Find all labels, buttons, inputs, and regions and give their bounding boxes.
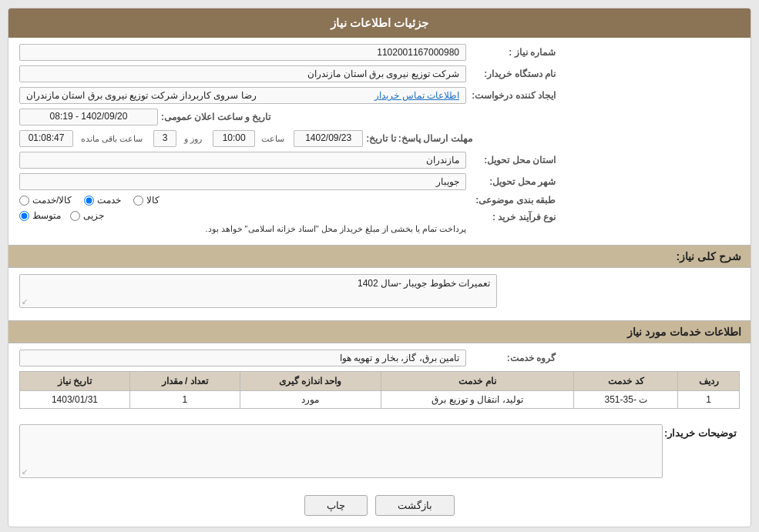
- category-label: طبقه بندی موضوعی:: [466, 195, 559, 206]
- need-desc-body: تعمیرات خطوط جویبار -سال 1402 ↙: [8, 268, 751, 320]
- print-button[interactable]: چاپ: [304, 495, 368, 516]
- resize-icon: ↙: [22, 297, 28, 306]
- process-option-motavasset[interactable]: متوسط: [19, 210, 61, 221]
- process-options-container: متوسط جزیی پرداخت تمام یا بخشی از مبلغ خ…: [19, 210, 466, 234]
- buyer-org-value: شرکت توزیع نیروی برق استان مازندران: [19, 65, 466, 82]
- services-body: گروه خدمت: تامین برق، گاز، بخار و تهویه …: [8, 343, 751, 421]
- process-option-jozi[interactable]: جزیی: [70, 210, 104, 221]
- table-cell-name: تولید، انتقال و توزیع برق: [381, 391, 574, 409]
- sharh-value: تعمیرات خطوط جویبار -سال 1402: [358, 278, 490, 289]
- table-header: ردیف کد خدمت نام خدمت واحد اندازه گیری ت…: [20, 372, 740, 391]
- delivery-province-value: مازندران: [19, 152, 466, 169]
- category-khedmat-label: خدمت: [97, 195, 121, 206]
- category-option-khedmat[interactable]: خدمت: [84, 195, 121, 206]
- requester-value-box: اطلاعات تماس خریدار رضا سروی کاربرداز شر…: [19, 87, 466, 104]
- process-jozi-label: جزیی: [83, 210, 104, 221]
- category-radio-kala-khedmat[interactable]: [19, 196, 29, 206]
- contact-link[interactable]: اطلاعات تماس خریدار: [374, 90, 459, 101]
- main-card: جزئیات اطلاعات نیاز شماره نیاز : 1102001…: [8, 8, 751, 527]
- need-desc-section-label: شرح کلی نیاز:: [677, 250, 741, 263]
- category-radio-khedmat[interactable]: [84, 196, 94, 206]
- category-kala-label: کالا: [146, 195, 160, 206]
- back-button[interactable]: بازگشت: [375, 495, 455, 516]
- category-radio-kala[interactable]: [133, 196, 143, 206]
- process-row: نوع فرآیند خرید : متوسط جزیی پرداخت تمام…: [19, 210, 740, 234]
- buttons-row: بازگشت چاپ: [8, 486, 751, 527]
- category-row: طبقه بندی موضوعی: کالا/خدمت خدمت کالا: [19, 195, 740, 206]
- announce-value: 1402/09/20 - 08:19: [19, 109, 158, 125]
- requester-row: ایجاد کننده درخواست: اطلاعات تماس خریدار…: [19, 87, 740, 104]
- table-cell-code: ت -35-351: [574, 391, 678, 409]
- buyer-desc-label: توضیحات خریدار:: [663, 424, 740, 439]
- group-service-label: گروه خدمت:: [466, 353, 559, 363]
- services-section-header: اطلاعات خدمات مورد نیاز: [8, 320, 751, 343]
- process-motavasset-label: متوسط: [32, 210, 61, 221]
- buyer-org-row: نام دستگاه خریدار: شرکت توزیع نیروی برق …: [19, 65, 740, 82]
- need-number-label: شماره نیاز :: [466, 47, 559, 58]
- need-desc-section-header: شرح کلی نیاز:: [8, 245, 751, 268]
- form-body: شماره نیاز : 1102001167000980 نام دستگاه…: [8, 38, 751, 245]
- requester-label: ایجاد کننده درخواست:: [466, 90, 559, 101]
- buyer-desc-resize-icon: ↙: [22, 467, 28, 476]
- process-desc: پرداخت تمام یا بخشی از مبلغ خریداز محل "…: [19, 224, 466, 234]
- table-cell-date: 1403/01/31: [20, 391, 130, 409]
- deadline-label: مهلت ارسال پاسخ: تا تاریخ:: [366, 133, 475, 144]
- deadline-time-label: ساعت: [261, 134, 284, 144]
- table-body: 1ت -35-351تولید، انتقال و توزیع برقمورد1…: [20, 391, 740, 409]
- process-label: نوع فرآیند خرید :: [466, 210, 559, 223]
- sharh-box: تعمیرات خطوط جویبار -سال 1402 ↙: [19, 274, 497, 308]
- col-qty: تعداد / مقدار: [129, 372, 240, 391]
- sharh-row: تعمیرات خطوط جویبار -سال 1402 ↙: [19, 274, 740, 308]
- services-table: ردیف کد خدمت نام خدمت واحد اندازه گیری ت…: [19, 371, 740, 409]
- category-radio-group: کالا/خدمت خدمت کالا: [19, 195, 466, 206]
- buyer-desc-box: ↙: [19, 424, 663, 478]
- deadline-days-value: 3: [153, 130, 176, 147]
- col-row-num: ردیف: [678, 372, 740, 391]
- group-service-row: گروه خدمت: تامین برق، گاز، بخار و تهویه …: [19, 350, 740, 366]
- category-options-container: کالا/خدمت خدمت کالا: [19, 195, 466, 206]
- buyer-org-label: نام دستگاه خریدار:: [466, 69, 559, 79]
- col-name: نام خدمت: [381, 372, 574, 391]
- group-service-value: تامین برق، گاز، بخار و تهویه هوا: [19, 350, 466, 366]
- requester-value: رضا سروی کاربرداز شرکت توزیع نیروی برق ا…: [26, 90, 257, 101]
- page-wrapper: جزئیات اطلاعات نیاز شماره نیاز : 1102001…: [0, 0, 759, 532]
- table-cell-qty: 1: [129, 391, 240, 409]
- table-row: 1ت -35-351تولید، انتقال و توزیع برقمورد1…: [20, 391, 740, 409]
- category-option-kala-khedmat[interactable]: کالا/خدمت: [19, 195, 72, 206]
- services-section-label: اطلاعات خدمات مورد نیاز: [627, 326, 741, 338]
- delivery-city-value: جویبار: [19, 173, 466, 190]
- col-date: تاریخ نیاز: [20, 372, 130, 391]
- category-kala-khedmat-label: کالا/خدمت: [32, 195, 72, 206]
- table-cell-unit: مورد: [240, 391, 381, 409]
- card-header: جزئیات اطلاعات نیاز: [8, 8, 751, 38]
- table-cell-row: 1: [678, 391, 740, 409]
- deadline-remain-label: ساعت باقی مانده: [81, 134, 143, 144]
- delivery-province-label: استان محل تحویل:: [466, 155, 559, 166]
- delivery-province-row: استان محل تحویل: مازندران: [19, 152, 740, 169]
- col-code: کد خدمت: [574, 372, 678, 391]
- process-radio-jozi[interactable]: [70, 211, 80, 221]
- deadline-remain-value: 01:08:47: [19, 130, 73, 147]
- col-unit: واحد اندازه گیری: [240, 372, 381, 391]
- deadline-days-label: روز و: [184, 134, 202, 144]
- category-option-kala[interactable]: کالا: [133, 195, 160, 206]
- page-title: جزئیات اطلاعات نیاز: [331, 16, 428, 29]
- deadline-time-value: 10:00: [213, 130, 255, 147]
- need-number-value: 1102001167000980: [19, 44, 466, 61]
- deadline-date: 1402/09/23: [294, 130, 363, 147]
- delivery-city-row: شهر محل تحویل: جویبار: [19, 173, 740, 190]
- delivery-city-label: شهر محل تحویل:: [466, 176, 559, 187]
- buyer-desc-row: توضیحات خریدار: ↙: [19, 424, 740, 478]
- deadline-row: مهلت ارسال پاسخ: تا تاریخ: 1402/09/23 سا…: [19, 130, 740, 147]
- table-area: ردیف کد خدمت نام خدمت واحد اندازه گیری ت…: [19, 371, 740, 409]
- announce-label: تاریخ و ساعت اعلان عمومی:: [161, 112, 274, 122]
- process-radio-motavasset[interactable]: [19, 211, 29, 221]
- table-header-row: ردیف کد خدمت نام خدمت واحد اندازه گیری ت…: [20, 372, 740, 391]
- process-radio-group: متوسط جزیی: [19, 210, 466, 221]
- announce-row: تاریخ و ساعت اعلان عمومی: 1402/09/20 - 0…: [19, 109, 740, 125]
- need-number-row: شماره نیاز : 1102001167000980: [19, 44, 740, 61]
